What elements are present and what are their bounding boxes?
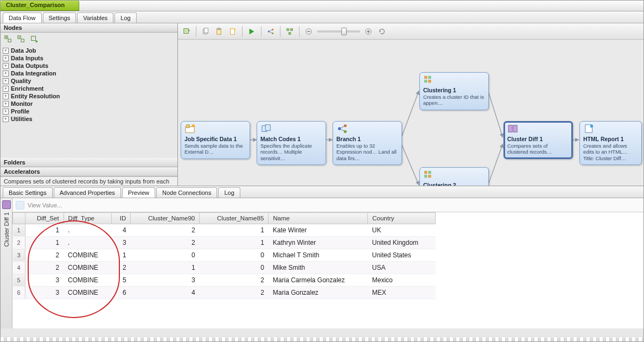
svg-rect-47	[424, 76, 427, 79]
plus-icon[interactable]: +	[3, 109, 9, 115]
panel-accelerators-header[interactable]: Accelerators	[1, 167, 177, 176]
zoom-out-icon[interactable]	[303, 26, 314, 37]
separator	[242, 26, 243, 37]
flow-canvas[interactable]: Job Specific Data 1 Sends sample data to…	[178, 40, 643, 186]
panel-folders-header[interactable]: Folders	[1, 158, 177, 167]
col-name[interactable]: Name	[269, 213, 368, 224]
zoom-in-icon[interactable]	[363, 26, 374, 37]
collapse-all-icon[interactable]	[16, 34, 26, 44]
svg-rect-55	[508, 125, 512, 132]
tab-advanced-properties[interactable]: Advanced Properties	[54, 187, 121, 198]
zoom-slider[interactable]	[317, 30, 360, 33]
rownum-header	[13, 213, 25, 224]
tree-item-utilities[interactable]: +Utilities	[3, 115, 175, 123]
job-title-tab[interactable]: Cluster_Comparison	[1, 1, 79, 11]
copy-icon[interactable]	[200, 26, 211, 37]
tree-label: Quality	[11, 78, 31, 84]
preview-side-tab[interactable]: Cluster Diff 1	[1, 198, 12, 328]
plus-icon[interactable]: +	[3, 78, 9, 84]
col-cluster-name90[interactable]: Cluster_Name90	[131, 213, 200, 224]
tab-node-connections[interactable]: Node Connections	[156, 187, 218, 198]
separator	[261, 26, 262, 37]
node-clustering-1[interactable]: Clustering 1 Creates a cluster ID that i…	[419, 72, 489, 110]
table-row[interactable]: 42COMBINE210Mike SmithUSA	[13, 262, 436, 274]
cell-name: Michael T Smith	[269, 249, 368, 262]
view-value-label[interactable]: View Value...	[28, 202, 62, 208]
node-clustering-2[interactable]: Clustering 2 Creates a cluster ID that i…	[419, 167, 489, 186]
cell-country: UK	[368, 224, 436, 237]
tab-preview[interactable]: Preview	[122, 187, 155, 198]
expand-all-icon[interactable]	[3, 34, 13, 44]
plus-icon[interactable]: +	[3, 93, 9, 99]
table-row[interactable]: 32COMBINE100Michael T SmithUnited States	[13, 249, 436, 262]
node-branch[interactable]: Branch 1 Enables up to 32 Expression nod…	[333, 121, 402, 165]
plus-icon[interactable]: +	[3, 101, 9, 107]
svg-rect-26	[289, 32, 291, 34]
preview-toolbar: View Value...	[12, 198, 643, 212]
diff-icon	[507, 124, 519, 134]
svg-rect-24	[287, 28, 289, 30]
tab-variables[interactable]: Variables	[77, 12, 113, 23]
panel-nodes-header[interactable]: Nodes	[1, 23, 177, 33]
table-row[interactable]: 63COMBINE642Maria GonzalezMEX	[13, 287, 436, 299]
table-row[interactable]: 11.421Kate WinterUK	[13, 224, 436, 237]
view-value-icon[interactable]	[16, 201, 24, 210]
tree-item-data-outputs[interactable]: +Data Outputs	[3, 62, 175, 69]
node-cluster-diff[interactable]: Cluster Diff 1 Compares sets of clustere…	[503, 121, 573, 159]
cell-name: Kathryn Winter	[269, 237, 368, 249]
node-sub: Creates a cluster ID that is appen…	[423, 94, 485, 106]
col-diff-set[interactable]: Diff_Set	[25, 213, 63, 224]
nodes-tree[interactable]: +Data Job +Data Inputs +Data Outputs +Da…	[1, 46, 177, 158]
data-icon	[184, 124, 196, 134]
svg-rect-56	[513, 125, 517, 132]
separator	[280, 26, 280, 37]
tab-data-flow[interactable]: Data Flow	[3, 12, 42, 23]
link-icon[interactable]	[265, 26, 276, 37]
tree-item-data-job[interactable]: +Data Job	[3, 47, 175, 54]
node-title: Match Codes 1	[260, 136, 322, 142]
tree-item-entity-resolution[interactable]: +Entity Resolution	[3, 92, 175, 100]
tab-log[interactable]: Log	[114, 12, 136, 23]
layout-icon[interactable]	[284, 26, 295, 37]
cell-name: Mike Smith	[269, 262, 368, 274]
plus-icon[interactable]: +	[3, 48, 9, 54]
plus-icon[interactable]: +	[3, 63, 9, 69]
new-icon[interactable]	[227, 26, 238, 37]
tab-basic-settings[interactable]: Basic Settings	[3, 187, 53, 198]
col-id[interactable]: ID	[112, 213, 131, 224]
col-country[interactable]: Country	[368, 213, 436, 224]
preview-grid[interactable]: Diff_Set Diff_Type ID Cluster_Name90 Clu…	[12, 212, 436, 299]
plus-icon[interactable]: +	[3, 116, 9, 122]
plus-icon[interactable]: +	[3, 71, 9, 77]
rownum-cell: 2	[13, 237, 25, 249]
node-description: Compares sets of clustered records by ta…	[1, 176, 177, 186]
tree-item-data-inputs[interactable]: +Data Inputs	[3, 54, 175, 62]
torn-edge	[1, 337, 643, 341]
node-html-report[interactable]: HTML Report 1 Creates and allows edits t…	[579, 121, 642, 165]
refresh-icon[interactable]	[377, 26, 387, 37]
tree-item-profile[interactable]: +Profile	[3, 107, 175, 115]
tab-properties-log[interactable]: Log	[218, 187, 240, 198]
plus-icon[interactable]: +	[3, 55, 9, 61]
add-node-icon[interactable]	[29, 34, 39, 44]
paste-icon[interactable]	[214, 26, 225, 37]
tab-settings[interactable]: Settings	[43, 12, 76, 23]
run-icon[interactable]	[246, 26, 257, 37]
zoom-thumb[interactable]	[341, 28, 347, 35]
plus-icon[interactable]: +	[3, 86, 9, 92]
col-cluster-name85[interactable]: Cluster_Name85	[200, 213, 269, 224]
table-row[interactable]: 53COMBINE532Maria Carmela GonzalezMexico	[13, 274, 436, 287]
tree-item-quality[interactable]: +Quality	[3, 77, 175, 85]
svg-rect-15	[218, 28, 220, 29]
grid-wrap[interactable]: Diff_Set Diff_Type ID Cluster_Name90 Clu…	[12, 212, 643, 328]
tree-label: Enrichment	[11, 85, 44, 92]
save-dropdown-icon[interactable]	[181, 26, 192, 37]
node-match-codes[interactable]: Match Codes 1 Specifies the duplicate re…	[257, 121, 326, 165]
tree-item-enrichment[interactable]: +Enrichment	[3, 85, 175, 92]
flow-edges	[178, 40, 643, 186]
col-diff-type[interactable]: Diff_Type	[63, 213, 112, 224]
tree-item-monitor[interactable]: +Monitor	[3, 100, 175, 107]
node-job-specific-data[interactable]: Job Specific Data 1 Sends sample data to…	[181, 121, 250, 159]
table-row[interactable]: 21.321Kathryn WinterUnited Kingdom	[13, 237, 436, 249]
tree-item-data-integration[interactable]: +Data Integration	[3, 69, 175, 77]
